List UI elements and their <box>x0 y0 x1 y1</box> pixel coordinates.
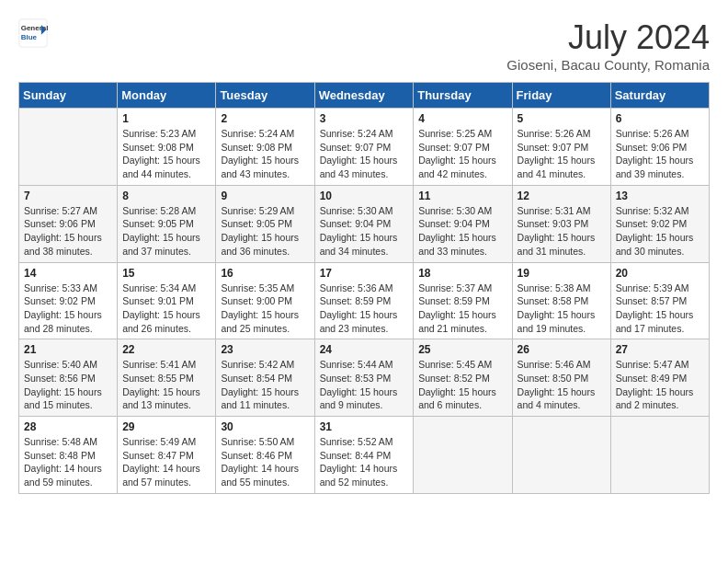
calendar-cell: 20Sunrise: 5:39 AM Sunset: 8:57 PM Dayli… <box>610 262 709 339</box>
day-number: 1 <box>122 112 210 125</box>
col-friday: Friday <box>512 83 610 109</box>
col-wednesday: Wednesday <box>314 83 414 109</box>
calendar-cell: 22Sunrise: 5:41 AM Sunset: 8:55 PM Dayli… <box>118 339 216 417</box>
day-number: 29 <box>122 420 210 433</box>
day-info: Sunrise: 5:44 AM Sunset: 8:53 PM Dayligh… <box>320 358 409 412</box>
calendar-cell: 25Sunrise: 5:45 AM Sunset: 8:52 PM Dayli… <box>414 339 512 417</box>
calendar-week-row-2: 7Sunrise: 5:27 AM Sunset: 9:06 PM Daylig… <box>19 185 710 262</box>
calendar-cell: 17Sunrise: 5:36 AM Sunset: 8:59 PM Dayli… <box>314 262 414 339</box>
day-info: Sunrise: 5:30 AM Sunset: 9:04 PM Dayligh… <box>418 204 506 259</box>
day-number: 11 <box>418 190 506 202</box>
calendar-cell: 14Sunrise: 5:33 AM Sunset: 9:02 PM Dayli… <box>19 262 118 339</box>
day-info: Sunrise: 5:52 AM Sunset: 8:44 PM Dayligh… <box>320 435 409 489</box>
day-info: Sunrise: 5:26 AM Sunset: 9:07 PM Dayligh… <box>518 127 606 181</box>
day-info: Sunrise: 5:31 AM Sunset: 9:03 PM Dayligh… <box>518 204 606 259</box>
calendar-cell: 11Sunrise: 5:30 AM Sunset: 9:04 PM Dayli… <box>414 185 512 262</box>
day-number: 24 <box>320 343 409 356</box>
day-number: 9 <box>221 190 309 202</box>
logo: General Blue <box>18 18 48 48</box>
day-number: 20 <box>616 267 704 280</box>
day-number: 27 <box>616 343 704 356</box>
day-number: 28 <box>24 420 112 433</box>
day-number: 19 <box>518 267 606 280</box>
calendar-header-row: Sunday Monday Tuesday Wednesday Thursday… <box>19 83 710 109</box>
day-number: 12 <box>518 190 606 202</box>
day-info: Sunrise: 5:49 AM Sunset: 8:47 PM Dayligh… <box>122 435 210 489</box>
calendar-cell: 31Sunrise: 5:52 AM Sunset: 8:44 PM Dayli… <box>314 417 414 494</box>
calendar-cell: 6Sunrise: 5:26 AM Sunset: 9:06 PM Daylig… <box>610 109 709 186</box>
calendar-cell: 24Sunrise: 5:44 AM Sunset: 8:53 PM Dayli… <box>314 339 414 417</box>
calendar-cell: 4Sunrise: 5:25 AM Sunset: 9:07 PM Daylig… <box>414 109 512 186</box>
day-info: Sunrise: 5:30 AM Sunset: 9:04 PM Dayligh… <box>320 204 409 259</box>
day-info: Sunrise: 5:42 AM Sunset: 8:54 PM Dayligh… <box>221 358 309 412</box>
calendar-cell: 29Sunrise: 5:49 AM Sunset: 8:47 PM Dayli… <box>118 417 216 494</box>
day-number: 18 <box>418 267 506 280</box>
calendar-cell <box>610 417 709 494</box>
calendar-cell <box>414 417 512 494</box>
day-info: Sunrise: 5:37 AM Sunset: 8:59 PM Dayligh… <box>418 282 506 336</box>
calendar-cell: 2Sunrise: 5:24 AM Sunset: 9:08 PM Daylig… <box>216 109 314 186</box>
col-thursday: Thursday <box>414 83 512 109</box>
col-monday: Monday <box>118 83 216 109</box>
calendar-week-row-5: 28Sunrise: 5:48 AM Sunset: 8:48 PM Dayli… <box>19 417 710 494</box>
month-year-title: July 2024 <box>506 18 710 57</box>
calendar-cell <box>19 109 118 186</box>
day-number: 2 <box>221 112 309 125</box>
calendar-cell: 9Sunrise: 5:29 AM Sunset: 9:05 PM Daylig… <box>216 185 314 262</box>
day-info: Sunrise: 5:48 AM Sunset: 8:48 PM Dayligh… <box>24 435 112 489</box>
day-number: 7 <box>24 190 112 202</box>
day-info: Sunrise: 5:35 AM Sunset: 9:00 PM Dayligh… <box>221 282 309 336</box>
location-subtitle: Gioseni, Bacau County, Romania <box>506 57 710 73</box>
calendar-cell: 30Sunrise: 5:50 AM Sunset: 8:46 PM Dayli… <box>216 417 314 494</box>
day-info: Sunrise: 5:34 AM Sunset: 9:01 PM Dayligh… <box>122 282 210 336</box>
day-number: 6 <box>616 112 704 125</box>
day-number: 8 <box>122 190 210 202</box>
calendar-table: Sunday Monday Tuesday Wednesday Thursday… <box>18 82 710 494</box>
day-number: 16 <box>221 267 309 280</box>
day-number: 21 <box>24 343 112 356</box>
day-number: 23 <box>221 343 309 356</box>
day-number: 30 <box>221 420 309 433</box>
day-info: Sunrise: 5:40 AM Sunset: 8:56 PM Dayligh… <box>24 358 112 412</box>
calendar-cell: 15Sunrise: 5:34 AM Sunset: 9:01 PM Dayli… <box>118 262 216 339</box>
calendar-cell: 18Sunrise: 5:37 AM Sunset: 8:59 PM Dayli… <box>414 262 512 339</box>
day-number: 3 <box>320 112 409 125</box>
title-block: July 2024 Gioseni, Bacau County, Romania <box>506 18 710 73</box>
calendar-cell: 3Sunrise: 5:24 AM Sunset: 9:07 PM Daylig… <box>314 109 414 186</box>
day-info: Sunrise: 5:33 AM Sunset: 9:02 PM Dayligh… <box>24 282 112 336</box>
calendar-cell: 13Sunrise: 5:32 AM Sunset: 9:02 PM Dayli… <box>610 185 709 262</box>
calendar-cell: 28Sunrise: 5:48 AM Sunset: 8:48 PM Dayli… <box>19 417 118 494</box>
day-info: Sunrise: 5:23 AM Sunset: 9:08 PM Dayligh… <box>122 127 210 181</box>
day-info: Sunrise: 5:25 AM Sunset: 9:07 PM Dayligh… <box>418 127 506 181</box>
day-info: Sunrise: 5:38 AM Sunset: 8:58 PM Dayligh… <box>518 282 606 336</box>
calendar-cell: 19Sunrise: 5:38 AM Sunset: 8:58 PM Dayli… <box>512 262 610 339</box>
day-number: 14 <box>24 267 112 280</box>
day-number: 25 <box>418 343 506 356</box>
day-number: 15 <box>122 267 210 280</box>
day-info: Sunrise: 5:26 AM Sunset: 9:06 PM Dayligh… <box>616 127 704 181</box>
day-info: Sunrise: 5:36 AM Sunset: 8:59 PM Dayligh… <box>320 282 409 336</box>
day-info: Sunrise: 5:46 AM Sunset: 8:50 PM Dayligh… <box>518 358 606 412</box>
calendar-cell: 23Sunrise: 5:42 AM Sunset: 8:54 PM Dayli… <box>216 339 314 417</box>
day-info: Sunrise: 5:41 AM Sunset: 8:55 PM Dayligh… <box>122 358 210 412</box>
day-number: 4 <box>418 112 506 125</box>
calendar-cell: 10Sunrise: 5:30 AM Sunset: 9:04 PM Dayli… <box>314 185 414 262</box>
calendar-cell <box>512 417 610 494</box>
calendar-week-row-3: 14Sunrise: 5:33 AM Sunset: 9:02 PM Dayli… <box>19 262 710 339</box>
page-header: General Blue July 2024 Gioseni, Bacau Co… <box>18 18 710 73</box>
calendar-week-row-4: 21Sunrise: 5:40 AM Sunset: 8:56 PM Dayli… <box>19 339 710 417</box>
col-saturday: Saturday <box>610 83 709 109</box>
calendar-cell: 12Sunrise: 5:31 AM Sunset: 9:03 PM Dayli… <box>512 185 610 262</box>
day-info: Sunrise: 5:45 AM Sunset: 8:52 PM Dayligh… <box>418 358 506 412</box>
calendar-cell: 21Sunrise: 5:40 AM Sunset: 8:56 PM Dayli… <box>19 339 118 417</box>
day-info: Sunrise: 5:29 AM Sunset: 9:05 PM Dayligh… <box>221 204 309 259</box>
day-info: Sunrise: 5:27 AM Sunset: 9:06 PM Dayligh… <box>24 204 112 259</box>
day-info: Sunrise: 5:47 AM Sunset: 8:49 PM Dayligh… <box>616 358 704 412</box>
svg-text:Blue: Blue <box>21 33 38 41</box>
day-info: Sunrise: 5:24 AM Sunset: 9:07 PM Dayligh… <box>320 127 409 181</box>
day-number: 13 <box>616 190 704 202</box>
day-number: 22 <box>122 343 210 356</box>
col-tuesday: Tuesday <box>216 83 314 109</box>
logo-icon: General Blue <box>18 18 48 48</box>
calendar-cell: 8Sunrise: 5:28 AM Sunset: 9:05 PM Daylig… <box>118 185 216 262</box>
